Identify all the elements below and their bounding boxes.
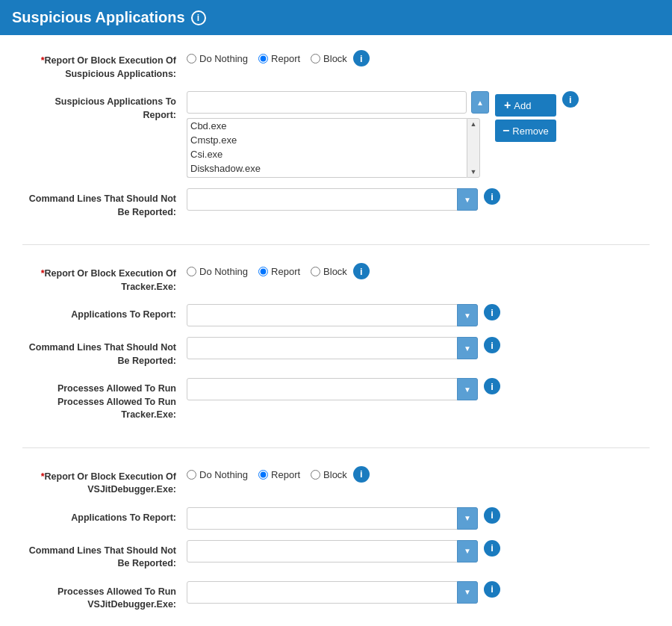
report-block-row-2: *Report Or Block Execution Of Tracker.Ex… bbox=[22, 263, 650, 294]
suspicious-apps-controls: ▲ Cbd.exe Cmstp.exe Csi.exe Diskshadow.e… bbox=[187, 91, 650, 178]
processes-dropdown-3: Jenkins-Slave.exe ▼ bbox=[187, 581, 478, 604]
cmdline-row-3: Command Lines That Should NotBe Reported… bbox=[22, 540, 650, 571]
cmdline-row-1: Command Lines That Should NotBe Reported… bbox=[22, 188, 650, 219]
processes-input-2[interactable]: Msbuild.exe bbox=[187, 378, 478, 400]
cmdline-row-2: Command Lines That Should NotBe Reported… bbox=[22, 337, 650, 368]
radio-report-1[interactable]: Report bbox=[258, 53, 300, 64]
apps-report-dropdown-btn-2[interactable]: ▼ bbox=[457, 304, 478, 326]
cmdline-dropdown-btn-1[interactable]: ▼ bbox=[457, 188, 478, 211]
info-icon-suspicious-apps[interactable]: i bbox=[562, 91, 579, 108]
info-icon-apps-report-2[interactable]: i bbox=[484, 304, 500, 320]
cmdline-controls-3: ▼ i bbox=[187, 540, 650, 563]
info-icon-cmdline-3[interactable]: i bbox=[484, 540, 500, 557]
listbox-input-row: ▲ bbox=[187, 91, 489, 114]
cmdline-input-2[interactable] bbox=[187, 337, 478, 359]
processes-dropdown-btn-2[interactable]: ▼ bbox=[457, 378, 478, 400]
apps-report-controls-3: VSJitDebugger.exe ▼ i bbox=[187, 507, 650, 530]
list-item[interactable]: Cbd.exe bbox=[187, 119, 467, 133]
info-icon-processes-2[interactable]: i bbox=[484, 378, 500, 394]
info-icon-processes-3[interactable]: i bbox=[484, 581, 500, 598]
cmdline-dropdown-btn-2[interactable]: ▼ bbox=[457, 337, 478, 359]
new-app-input[interactable] bbox=[187, 91, 467, 114]
section-vsjitdebugger: *Report Or Block Execution Of VSJitDebug… bbox=[22, 466, 650, 627]
apps-report-row-2: Applications To Report: Tracker.exe ▼ i bbox=[22, 304, 650, 326]
list-item[interactable]: Csi.exe bbox=[187, 147, 467, 161]
radio-block-input-1[interactable] bbox=[311, 54, 320, 63]
radio-do-nothing-3[interactable]: Do Nothing bbox=[187, 469, 248, 480]
radio-block-2[interactable]: Block bbox=[311, 266, 347, 277]
add-remove-col: + Add − Remove bbox=[495, 91, 556, 142]
suspicious-apps-row: Suspicious Applications To Report: ▲ bbox=[22, 91, 650, 178]
cmdline-label-3: Command Lines That Should NotBe Reported… bbox=[22, 540, 187, 571]
report-block-row-3: *Report Or Block Execution Of VSJitDebug… bbox=[22, 466, 650, 497]
report-block-controls-2: Do Nothing Report Block i bbox=[187, 263, 650, 279]
processes-controls-2: Msbuild.exe ▼ i bbox=[187, 378, 650, 400]
radio-report-input-1[interactable] bbox=[258, 54, 268, 63]
radio-do-nothing-1[interactable]: Do Nothing bbox=[187, 53, 248, 64]
section-suspicious-apps: *Report Or Block Execution Of Suspicious… bbox=[22, 50, 650, 245]
cmdline-label-1: Command Lines That Should NotBe Reported… bbox=[22, 188, 187, 219]
radio-do-nothing-input-1[interactable] bbox=[187, 54, 196, 63]
listbox-scrollbar[interactable]: ▲ ▼ bbox=[467, 118, 480, 178]
add-button[interactable]: + Add bbox=[495, 94, 556, 117]
cmdline-controls-1: <cmdline:*agentjob*>sqlps.exe ▼ i bbox=[187, 188, 650, 211]
radio-block-1[interactable]: Block bbox=[311, 53, 347, 64]
report-block-controls-1: Do Nothing Report Block i bbox=[187, 50, 650, 66]
apps-report-input-2[interactable]: Tracker.exe bbox=[187, 304, 478, 326]
report-block-controls-3: Do Nothing Report Block i bbox=[187, 466, 650, 483]
processes-row-3: Processes Allowed To RunVSJitDebugger.Ex… bbox=[22, 581, 650, 612]
radio-report-input-2[interactable] bbox=[258, 267, 268, 276]
radio-block-3[interactable]: Block bbox=[311, 469, 347, 480]
report-block-label-3: *Report Or Block Execution Of VSJitDebug… bbox=[22, 466, 187, 497]
apps-report-input-3[interactable]: VSJitDebugger.exe bbox=[187, 507, 478, 530]
radio-group-1: Do Nothing Report Block bbox=[187, 50, 347, 64]
info-icon-report-block-3[interactable]: i bbox=[353, 466, 370, 483]
header-info-icon[interactable]: i bbox=[191, 10, 206, 25]
radio-do-nothing-input-3[interactable] bbox=[187, 470, 196, 480]
radio-report-3[interactable]: Report bbox=[258, 469, 300, 480]
info-icon-apps-report-3[interactable]: i bbox=[484, 507, 500, 524]
processes-controls-3: Jenkins-Slave.exe ▼ i bbox=[187, 581, 650, 604]
list-item[interactable]: Diskshadow.exe bbox=[187, 161, 467, 176]
listbox-wrapper: Cbd.exe Cmstp.exe Csi.exe Diskshadow.exe… bbox=[187, 118, 489, 178]
apps-report-dropdown-2: Tracker.exe ▼ bbox=[187, 304, 478, 326]
report-block-row-1: *Report Or Block Execution Of Suspicious… bbox=[22, 50, 650, 81]
apps-report-label-2: Applications To Report: bbox=[22, 304, 187, 322]
cmdline-controls-2: ▼ i bbox=[187, 337, 650, 359]
page-container: Suspicious Applications i *Report Or Blo… bbox=[0, 0, 672, 626]
cmdline-label-2: Command Lines That Should NotBe Reported… bbox=[22, 337, 187, 368]
radio-group-3: Do Nothing Report Block bbox=[187, 466, 347, 480]
radio-block-input-2[interactable] bbox=[311, 267, 320, 276]
radio-block-input-3[interactable] bbox=[311, 470, 320, 480]
listbox-up-btn[interactable]: ▲ bbox=[471, 91, 489, 114]
list-item[interactable]: Cmstp.exe bbox=[187, 133, 467, 147]
scroll-up-arrow[interactable]: ▲ bbox=[470, 120, 477, 128]
info-icon-report-block-2[interactable]: i bbox=[353, 263, 370, 279]
remove-button[interactable]: − Remove bbox=[495, 120, 556, 142]
info-icon-cmdline-1[interactable]: i bbox=[484, 188, 500, 205]
radio-do-nothing-input-2[interactable] bbox=[187, 267, 196, 276]
cmdline-dropdown-btn-3[interactable]: ▼ bbox=[457, 540, 478, 563]
scroll-down-arrow[interactable]: ▼ bbox=[470, 168, 477, 176]
radio-report-input-3[interactable] bbox=[258, 470, 268, 480]
info-icon-report-block-1[interactable]: i bbox=[353, 50, 370, 66]
suspicious-apps-label: Suspicious Applications To Report: bbox=[22, 91, 187, 122]
apps-report-dropdown-btn-3[interactable]: ▼ bbox=[457, 507, 478, 530]
section-tracker: *Report Or Block Execution Of Tracker.Ex… bbox=[22, 263, 650, 448]
processes-dropdown-btn-3[interactable]: ▼ bbox=[457, 581, 478, 604]
processes-row-2: Processes Allowed To RunProcesses Allowe… bbox=[22, 378, 650, 422]
page-content: *Report Or Block Execution Of Suspicious… bbox=[0, 35, 672, 626]
processes-input-3[interactable]: Jenkins-Slave.exe bbox=[187, 581, 478, 604]
page-title: Suspicious Applications bbox=[12, 9, 185, 26]
radio-report-2[interactable]: Report bbox=[258, 266, 300, 277]
radio-do-nothing-2[interactable]: Do Nothing bbox=[187, 266, 248, 277]
plus-icon: + bbox=[504, 99, 511, 112]
cmdline-input-3[interactable] bbox=[187, 540, 478, 563]
cmdline-input-1[interactable]: <cmdline:*agentjob*>sqlps.exe bbox=[187, 188, 478, 211]
app-listbox[interactable]: Cbd.exe Cmstp.exe Csi.exe Diskshadow.exe bbox=[187, 118, 467, 178]
cmdline-dropdown-1: <cmdline:*agentjob*>sqlps.exe ▼ bbox=[187, 188, 478, 211]
cmdline-dropdown-3: ▼ bbox=[187, 540, 478, 563]
cmdline-dropdown-2: ▼ bbox=[187, 337, 478, 359]
minus-icon: − bbox=[503, 124, 509, 137]
info-icon-cmdline-2[interactable]: i bbox=[484, 337, 500, 353]
